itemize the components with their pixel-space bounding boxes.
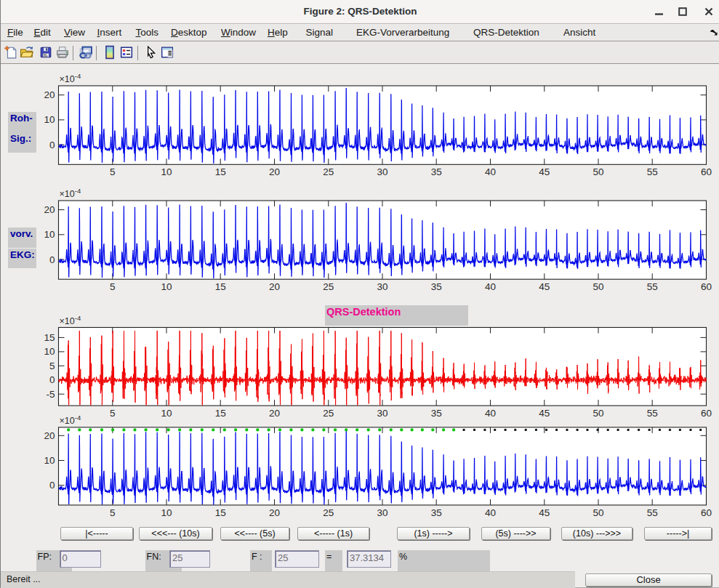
svg-text:60: 60 bbox=[701, 408, 712, 419]
svg-text:30: 30 bbox=[377, 408, 387, 419]
svg-text:45: 45 bbox=[539, 281, 550, 292]
svg-text:45: 45 bbox=[539, 408, 550, 419]
svg-text:10: 10 bbox=[161, 408, 172, 419]
svg-text:40: 40 bbox=[485, 166, 496, 177]
svg-text:0: 0 bbox=[49, 254, 55, 265]
svg-text:15: 15 bbox=[215, 507, 226, 518]
svg-text:35: 35 bbox=[431, 281, 442, 292]
svg-text:50: 50 bbox=[593, 408, 603, 419]
svg-text:20: 20 bbox=[269, 408, 280, 419]
svg-text:0: 0 bbox=[49, 480, 55, 491]
svg-text:20: 20 bbox=[269, 281, 280, 292]
svg-text:50: 50 bbox=[593, 281, 603, 292]
svg-text:10: 10 bbox=[44, 455, 55, 466]
svg-text:×10-4: ×10-4 bbox=[60, 314, 81, 326]
svg-text:60: 60 bbox=[701, 507, 712, 518]
svg-text:20: 20 bbox=[44, 430, 55, 441]
svg-text:50: 50 bbox=[593, 507, 603, 518]
svg-text:25: 25 bbox=[323, 408, 334, 419]
svg-text:35: 35 bbox=[431, 166, 442, 177]
svg-text:10: 10 bbox=[161, 166, 172, 177]
svg-text:-5: -5 bbox=[46, 389, 55, 400]
svg-text:40: 40 bbox=[485, 408, 496, 419]
svg-text:25: 25 bbox=[323, 281, 334, 292]
svg-text:20: 20 bbox=[269, 507, 280, 518]
svg-text:×10-4: ×10-4 bbox=[60, 187, 81, 199]
svg-text:0: 0 bbox=[49, 374, 55, 385]
svg-text:35: 35 bbox=[431, 408, 442, 419]
svg-text:15: 15 bbox=[215, 166, 226, 177]
svg-text:25: 25 bbox=[323, 507, 334, 518]
svg-text:50: 50 bbox=[593, 166, 603, 177]
svg-text:10: 10 bbox=[44, 114, 55, 125]
svg-text:5: 5 bbox=[49, 361, 55, 371]
svg-text:5: 5 bbox=[110, 281, 116, 292]
svg-text:15: 15 bbox=[215, 408, 226, 419]
svg-text:15: 15 bbox=[215, 281, 226, 292]
svg-text:0: 0 bbox=[49, 140, 55, 150]
svg-text:10: 10 bbox=[161, 507, 172, 518]
svg-text:45: 45 bbox=[539, 166, 550, 177]
svg-text:5: 5 bbox=[110, 507, 116, 518]
svg-text:55: 55 bbox=[647, 507, 658, 518]
svg-text:35: 35 bbox=[431, 507, 442, 518]
svg-text:45: 45 bbox=[539, 507, 550, 518]
svg-text:5: 5 bbox=[110, 166, 116, 177]
svg-text:40: 40 bbox=[485, 507, 496, 518]
svg-text:5: 5 bbox=[110, 408, 116, 419]
svg-text:10: 10 bbox=[161, 281, 172, 292]
svg-text:40: 40 bbox=[485, 281, 496, 292]
svg-text:10: 10 bbox=[44, 346, 55, 357]
svg-text:20: 20 bbox=[269, 166, 280, 177]
svg-text:30: 30 bbox=[377, 507, 387, 518]
svg-text:20: 20 bbox=[44, 204, 55, 215]
svg-text:15: 15 bbox=[44, 332, 55, 343]
svg-text:×10-4: ×10-4 bbox=[60, 72, 81, 84]
svg-text:30: 30 bbox=[377, 166, 387, 177]
svg-text:30: 30 bbox=[377, 281, 387, 292]
svg-text:20: 20 bbox=[44, 89, 55, 100]
svg-text:55: 55 bbox=[647, 408, 658, 419]
svg-text:×10-4: ×10-4 bbox=[60, 414, 81, 426]
svg-text:55: 55 bbox=[647, 281, 658, 292]
svg-text:60: 60 bbox=[701, 281, 712, 292]
svg-text:25: 25 bbox=[323, 166, 334, 177]
svg-text:55: 55 bbox=[647, 166, 658, 177]
svg-text:10: 10 bbox=[44, 229, 55, 240]
svg-text:60: 60 bbox=[701, 166, 712, 177]
